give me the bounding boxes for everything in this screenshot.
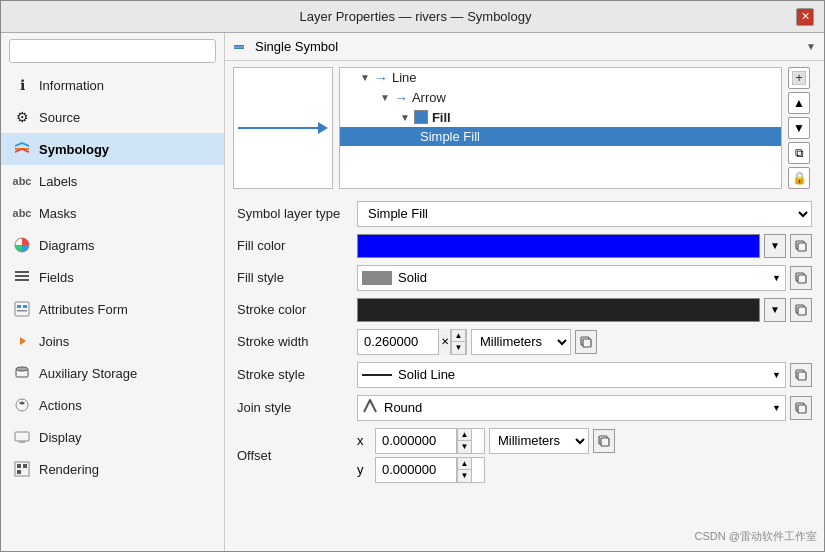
svg-rect-4 — [15, 271, 29, 273]
sidebar-label-joins: Joins — [39, 334, 69, 349]
tree-label-simple-fill: Simple Fill — [420, 129, 480, 144]
offset-x-down-btn[interactable]: ▼ — [457, 441, 471, 453]
offset-x-spinner: ▲ ▼ — [456, 428, 472, 454]
add-layer-button[interactable]: + — [788, 67, 810, 89]
sidebar-item-joins[interactable]: Joins — [1, 325, 224, 357]
join-style-row: Join style Round ▼ — [237, 395, 812, 421]
fill-color-value: ▼ — [357, 234, 812, 258]
lock-button[interactable]: 🔒 — [788, 167, 810, 189]
fill-color-bar[interactable] — [357, 234, 760, 258]
join-style-field[interactable]: Round ▼ — [357, 395, 786, 421]
stroke-style-value: Solid Line ▼ — [357, 362, 812, 388]
sidebar-item-attributes-form[interactable]: Attributes Form — [1, 293, 224, 325]
offset-y-down-btn[interactable]: ▼ — [457, 470, 471, 482]
window-title: Layer Properties — rivers — Symbology — [35, 9, 796, 24]
masks-icon: abc — [13, 204, 31, 222]
fill-color-swatch — [414, 110, 428, 124]
sidebar-label-actions: Actions — [39, 398, 82, 413]
stroke-width-unit-select[interactable]: Millimeters — [471, 329, 571, 355]
tree-item-fill[interactable]: ▼ Fill — [340, 108, 781, 127]
fill-color-row: Fill color ▼ — [237, 234, 812, 258]
stroke-style-copy-btn[interactable] — [790, 363, 812, 387]
tree-item-simple-fill[interactable]: Simple Fill — [340, 127, 781, 146]
fill-style-copy-btn[interactable] — [790, 266, 812, 290]
offset-x-wrap: ▲ ▼ — [375, 428, 485, 454]
sidebar-item-symbology[interactable]: Symbology — [1, 133, 224, 165]
labels-icon: abc — [13, 172, 31, 190]
offset-x-row: x ▲ ▼ Millimeters — [357, 428, 812, 454]
stroke-style-text: Solid Line — [398, 367, 766, 382]
svg-rect-15 — [15, 432, 29, 441]
symbol-layer-type-select[interactable]: Simple Fill — [357, 201, 812, 227]
svg-point-13 — [16, 367, 28, 371]
svg-rect-28 — [798, 275, 806, 283]
sidebar-item-display[interactable]: Display — [1, 421, 224, 453]
join-style-label: Join style — [237, 400, 357, 415]
fill-style-field[interactable]: Solid ▼ — [357, 265, 786, 291]
main-area: ℹ Information ⚙ Source Symbology abc Lab… — [1, 33, 824, 551]
offset-y-up-btn[interactable]: ▲ — [457, 458, 471, 471]
offset-copy-btn[interactable] — [593, 429, 615, 453]
tree-expand-icon-2: ▼ — [380, 92, 390, 103]
stroke-color-label: Stroke color — [237, 302, 357, 317]
stroke-style-field[interactable]: Solid Line ▼ — [357, 362, 786, 388]
sidebar-label-information: Information — [39, 78, 104, 93]
stroke-width-value: ✕ ▲ ▼ Millimeters — [357, 329, 812, 355]
sidebar-item-actions[interactable]: Actions — [1, 389, 224, 421]
fill-style-text: Solid — [398, 270, 766, 285]
fill-style-swatch — [362, 271, 392, 285]
search-input[interactable] — [9, 39, 216, 63]
stroke-color-row: Stroke color ▼ — [237, 298, 812, 322]
join-style-copy-btn[interactable] — [790, 396, 812, 420]
stroke-width-label: Stroke width — [237, 334, 357, 349]
svg-rect-34 — [798, 372, 806, 380]
svg-rect-9 — [23, 305, 27, 308]
stroke-width-down-btn[interactable]: ▼ — [451, 342, 465, 354]
tree-item-arrow[interactable]: ▼ → Arrow — [340, 88, 781, 108]
sidebar-item-diagrams[interactable]: Diagrams — [1, 229, 224, 261]
offset-y-input[interactable] — [376, 459, 456, 480]
stroke-style-row: Stroke style Solid Line ▼ — [237, 362, 812, 388]
stroke-color-copy-btn[interactable] — [790, 298, 812, 322]
sidebar-label-display: Display — [39, 430, 82, 445]
offset-unit-select[interactable]: Millimeters — [489, 428, 589, 454]
sidebar-item-information[interactable]: ℹ Information — [1, 69, 224, 101]
symbol-layer-type-value: Simple Fill — [357, 201, 812, 227]
stroke-color-dropdown-btn[interactable]: ▼ — [764, 298, 786, 322]
tree-item-line[interactable]: ▼ → Line — [340, 68, 781, 88]
move-down-button[interactable]: ▼ — [788, 117, 810, 139]
sidebar-label-labels: Labels — [39, 174, 77, 189]
sidebar-item-labels[interactable]: abc Labels — [1, 165, 224, 197]
offset-x-up-btn[interactable]: ▲ — [457, 429, 471, 442]
stroke-width-spinner: ▲ ▼ — [450, 329, 466, 355]
offset-y-row: y ▲ ▼ — [357, 457, 485, 483]
stroke-color-bar[interactable] — [357, 298, 760, 322]
duplicate-button[interactable]: ⧉ — [788, 142, 810, 164]
sidebar-item-fields[interactable]: Fields — [1, 261, 224, 293]
sidebar-item-auxiliary-storage[interactable]: Auxiliary Storage — [1, 357, 224, 389]
sidebar-item-masks[interactable]: abc Masks — [1, 197, 224, 229]
move-up-button[interactable]: ▲ — [788, 92, 810, 114]
fill-color-copy-btn[interactable] — [790, 234, 812, 258]
sidebar: ℹ Information ⚙ Source Symbology abc Lab… — [1, 33, 225, 551]
fill-color-dropdown-btn[interactable]: ▼ — [764, 234, 786, 258]
stroke-width-input[interactable] — [358, 331, 438, 352]
sidebar-label-rendering: Rendering — [39, 462, 99, 477]
sidebar-label-auxiliary-storage: Auxiliary Storage — [39, 366, 137, 381]
fill-color-label: Fill color — [237, 238, 357, 253]
svg-marker-11 — [20, 337, 26, 345]
fill-style-label: Fill style — [237, 270, 357, 285]
close-button[interactable]: ✕ — [796, 8, 814, 26]
sidebar-item-source[interactable]: ⚙ Source — [1, 101, 224, 133]
arrow-line — [238, 127, 318, 129]
fill-style-chevron: ▼ — [772, 273, 781, 283]
svg-rect-36 — [798, 405, 806, 413]
offset-value: x ▲ ▼ Millimeters — [357, 428, 812, 483]
stroke-width-copy-btn[interactable] — [575, 330, 597, 354]
sidebar-item-rendering[interactable]: Rendering — [1, 453, 224, 485]
stroke-width-wrap: ✕ ▲ ▼ — [357, 329, 467, 355]
tree-actions: + ▲ ▼ ⧉ 🔒 — [788, 67, 816, 189]
stroke-width-up-btn[interactable]: ▲ — [451, 330, 465, 343]
fill-style-row: Fill style Solid ▼ — [237, 265, 812, 291]
offset-x-input[interactable] — [376, 430, 456, 451]
